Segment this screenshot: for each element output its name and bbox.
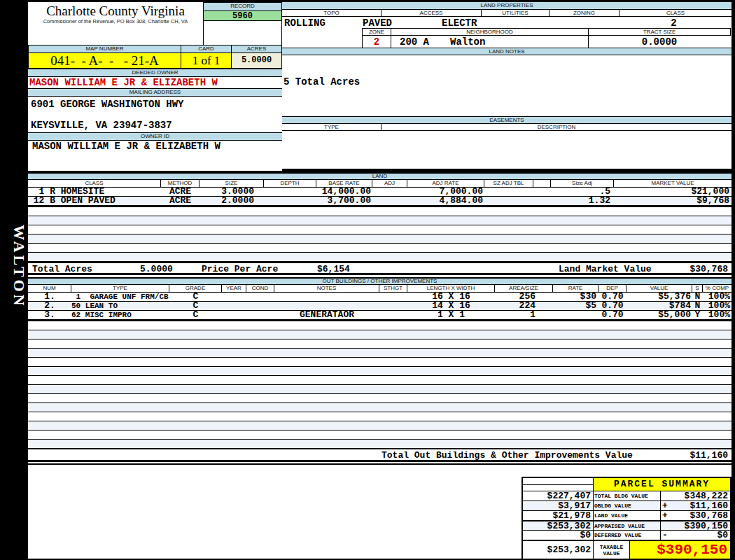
land-properties-box: LAND PROPERTIES TOPO ACCESS UTILITIES ZO…: [282, 2, 732, 48]
access-label: ACCESS: [382, 10, 482, 16]
cell-type: 62 MISC IMPRO: [71, 311, 169, 319]
cell-market-value: $9,768: [614, 197, 732, 205]
cell-adj-rate: 4,884.00: [407, 197, 484, 205]
summary-row: $253,302 APPRAISED VALUE $390,150: [523, 520, 730, 530]
outbuildings-panel: OUT BUILDINGS / OTHER IMPROVEMENTS NUM T…: [28, 279, 732, 463]
cell-type: 1 GARAGE UNF FRM/CB: [71, 293, 169, 301]
easement-type-label: TYPE: [282, 124, 382, 130]
taxable-value-row: $253,302 TAXABLE VALUE $390,150: [523, 540, 730, 559]
empty-row: [28, 430, 732, 440]
empty-row: [28, 440, 732, 449]
empty-row: [28, 421, 732, 430]
cell-cond: [246, 311, 274, 319]
card-label: CARD: [181, 45, 231, 53]
easements-headers: TYPE DESCRIPTION: [282, 124, 732, 131]
land-market-value-label: Land Market Value: [559, 264, 652, 274]
col-sthgt: STHGT: [379, 285, 407, 292]
col-notes: NOTES: [274, 285, 379, 292]
map-number-value: 041- - A- - - 21-A: [28, 53, 181, 69]
cell-year: [222, 293, 246, 301]
cell-class: 12 B OPEN PAVED: [28, 197, 161, 205]
easements-box: EASEMENTS TYPE DESCRIPTION: [282, 116, 732, 165]
empty-row: [28, 367, 732, 376]
land-band: LAND: [28, 174, 732, 180]
land-properties-values: ROLLING PAVED ELECTR 2 ZONE NEIGHBORHOOD…: [282, 17, 732, 48]
empty-row: [28, 244, 732, 253]
tract-size-value: 0.0000: [588, 36, 731, 48]
empty-row: [28, 385, 732, 394]
outbuilding-row: 1. 1 GARAGE UNF FRM/CB C 16 X 16 256 $30…: [28, 293, 732, 302]
empty-row: [28, 394, 732, 403]
cell-cond: [246, 293, 274, 301]
owner-id-band: OWNER ID: [28, 132, 282, 141]
divider: [362, 36, 363, 48]
cell-type: 50 LEAN TO: [71, 302, 169, 310]
outbuilding-row: 2. 50 LEAN TO C 14 X 16 224 $5 0.70 $784…: [28, 302, 732, 311]
cell-area: 224: [495, 302, 553, 310]
summary-sign: -: [662, 531, 668, 540]
land-properties-headers: TOPO ACCESS UTILITIES ZONING CLASS: [282, 10, 732, 17]
zone-label: ZONE: [362, 28, 391, 36]
cell-sthgt: [379, 293, 407, 301]
topo-value: ROLLING: [284, 18, 326, 29]
cell-num: 3.: [28, 311, 71, 319]
summary-blank-cells: [523, 478, 593, 491]
cell-length-width: 1 X 1: [407, 311, 495, 319]
empty-row: [28, 330, 732, 340]
land-properties-panel: LAND PROPERTIES TOPO ACCESS UTILITIES ZO…: [282, 2, 732, 169]
record-box: RECORD 5960: [203, 2, 282, 45]
summary-sign: +: [662, 511, 668, 520]
cell-adj: [372, 197, 407, 205]
empty-row: [28, 403, 732, 412]
total-acres-label: Total Acres: [32, 264, 92, 274]
parcel-summary-header-row: PARCEL SUMMARY: [523, 478, 730, 491]
summary-value: $30,768: [690, 511, 728, 520]
col-type: TYPE: [71, 285, 169, 292]
divider: [588, 36, 589, 48]
price-per-acre-value: $6,154: [317, 264, 350, 274]
land-market-value: $30,768: [690, 264, 728, 274]
empty-row: [28, 207, 732, 216]
bottom-panel: PARCEL SUMMARY $227,407 TOTAL BLDG VALUE…: [28, 465, 732, 559]
summary-label: OBLDG VALUE: [593, 501, 660, 510]
empty-row: [28, 321, 732, 330]
easement-description-label: DESCRIPTION: [382, 124, 732, 130]
cell-depth: [264, 197, 316, 205]
class-value: 2: [620, 18, 728, 29]
map-value-row: 041- - A- - - 21-A 1 of 1 5.0000: [28, 53, 282, 69]
summary-row: $3,917 OBLDG VALUE +$11,160: [523, 500, 730, 510]
cell-year: [222, 302, 246, 310]
cell-sz-adj-tbl: [484, 188, 533, 196]
cell-method: ACRE: [161, 197, 200, 205]
access-value: PAVED: [363, 18, 392, 29]
acres-label: ACRES: [231, 45, 282, 53]
summary-value: $11,160: [690, 501, 728, 510]
land-notes-band: LAND NOTES: [282, 48, 732, 55]
empty-row: [28, 234, 732, 244]
acres-value: 5.0000: [231, 53, 282, 69]
cell-grade: C: [169, 311, 222, 319]
outbuilding-row: 3. 62 MISC IMPRO C GENERATAOR 1 X 1 1 0.…: [28, 311, 732, 320]
cell-year: [222, 311, 246, 319]
cell-blank: [533, 188, 551, 196]
summary-value: $348,222: [685, 491, 728, 500]
address-line-2: KEYSVILLE, VA 23947-3837: [31, 120, 172, 131]
outbuildings-headers: NUM TYPE GRADE YEAR COND NOTES STHGT LEN…: [28, 285, 732, 293]
empty-row: [28, 358, 732, 367]
cell-rate: $5: [553, 302, 598, 310]
neighborhood-label: NEIGHBORHOOD: [391, 28, 589, 36]
record-number: 5960: [204, 11, 281, 21]
parcel-summary-title: PARCEL SUMMARY: [593, 478, 730, 491]
cell-notes: [274, 293, 379, 301]
cell-depth: [264, 188, 316, 196]
summary-label: APPRAISED VALUE: [593, 522, 660, 530]
cell-comp: 100%: [703, 311, 732, 319]
header-owner-panel: Charlotte County Virginia Commissioner o…: [28, 2, 282, 171]
summary-label: LAND VALUE: [593, 511, 660, 520]
col-cond: COND: [246, 285, 274, 292]
class-label: CLASS: [620, 10, 732, 16]
summary-value: $390,150: [685, 522, 728, 530]
cell-adj: [372, 188, 407, 196]
taxable-label: TAXABLE VALUE: [593, 541, 629, 559]
summary-label: TOTAL BLDG VALUE: [593, 491, 660, 500]
